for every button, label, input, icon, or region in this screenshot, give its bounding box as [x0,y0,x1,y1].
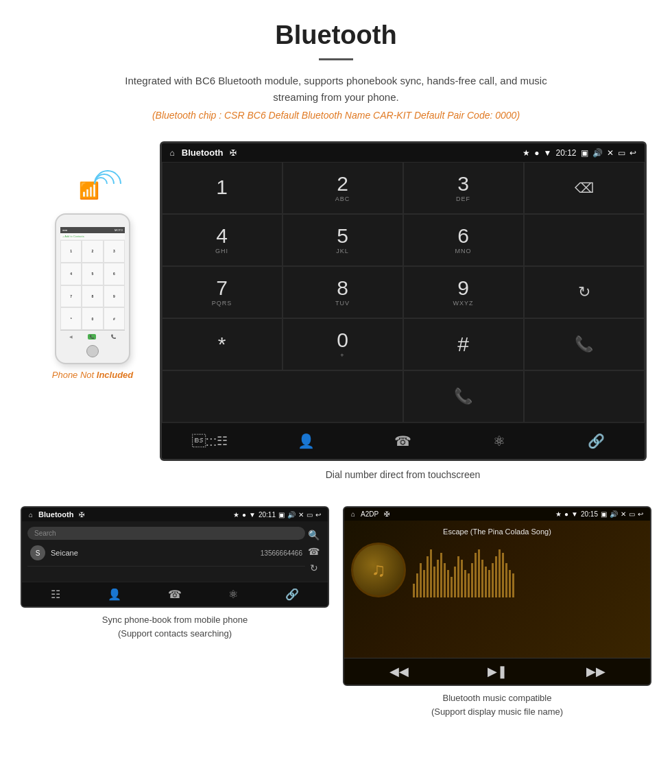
dial-key-0[interactable]: 0 + [283,318,403,370]
prev-track-icon[interactable]: ◀◀ [389,664,409,679]
pb-home-icon[interactable]: ⌂ [29,511,33,519]
viz-bar [468,573,470,597]
dial-status-right: ★ ● ▼ 20:12 ▣ 🔊 ✕ ▭ ↩ [523,148,636,158]
pb-search-bar[interactable]: Search [27,527,305,540]
gps-icon: ● [534,148,539,158]
phone-key-0: 0 [82,307,103,330]
back-icon[interactable]: ↩ [629,148,636,158]
next-track-icon[interactable]: ▶▶ [586,664,605,679]
viz-bar [413,584,415,597]
dial-key-star[interactable]: * [162,318,283,370]
dial-bottom-bar: ::: ☷ 👤 ☎ ⚛ 🔗 [162,423,645,459]
dial-key-6[interactable]: 6 MNO [403,214,524,266]
phone-key-8: 8 [82,285,103,308]
dial-bottom-contacts[interactable]: 👤 [258,423,355,459]
dial-cell-reload[interactable]: ↻ [524,266,645,318]
viz-bar [461,560,463,597]
viz-bar [505,563,507,597]
backspace-icon[interactable]: ⌫ [575,180,594,196]
music-back-icon[interactable]: ↩ [638,510,643,518]
pb-person-icon-active[interactable]: 👤 [108,588,121,601]
viz-bar [420,563,422,597]
viz-bar [464,570,466,597]
dial-screen-container: ⌂ Bluetooth ✠ ★ ● ▼ 20:12 ▣ 🔊 ✕ ▭ ↩ [160,141,647,486]
viz-bar [481,560,483,597]
pb-gps-icon: ● [242,511,246,519]
pb-bottom-bar: ☷ 👤 ☎ ⚛ 🔗 [22,582,328,606]
dial-key-5[interactable]: 5 JKL [283,214,403,266]
pb-search-icon[interactable]: 🔍 [308,530,320,541]
phone-icon: ☎ [394,433,411,449]
play-pause-icon[interactable]: ▶❚ [488,664,507,679]
dial-key-2[interactable]: 2 ABC [283,162,403,214]
pb-x-icon[interactable]: ✕ [298,511,304,519]
pb-status-right: ★ ● ▼ 20:11 ▣ 🔊 ✕ ▭ ↩ [233,511,321,519]
viz-bar [492,563,494,597]
viz-bar [499,549,501,597]
pb-body: Search S Seicane 13566664466 🔍 ☎ ↻ [22,521,328,582]
music-x-icon[interactable]: ✕ [621,510,626,518]
music-vol-icon: 🔊 [610,510,618,518]
music-visualizer [413,543,643,597]
viz-bar [416,573,418,597]
dial-call-red[interactable]: 📞 [403,370,524,423]
music-album-art: ♫ [351,543,406,597]
pb-reload-icon[interactable]: ↻ [310,562,318,573]
viz-bar [433,567,435,597]
dial-key-1[interactable]: 1 [162,162,283,214]
phone-not-included-label: Phone Not Included [52,370,134,380]
camera-icon[interactable]: ▣ [581,148,588,158]
dial-key-9[interactable]: 9 WXYZ [403,266,524,318]
pb-back-icon[interactable]: ↩ [315,511,321,519]
volume-icon[interactable]: 🔊 [592,148,603,158]
dial-key-hash[interactable]: # [403,318,524,370]
pb-grid-icon[interactable]: ☷ [51,588,60,601]
pb-link-icon[interactable]: 🔗 [285,588,299,601]
home-icon[interactable]: ⌂ [170,148,175,158]
music-home-icon[interactable]: ⌂ [351,510,355,518]
music-screenshot: ⌂ A2DP ✠ ★ ● ▼ 20:15 ▣ 🔊 ✕ ▭ ↩ Es [343,506,651,686]
dial-grid: 1 2 ABC 3 DEF ⌫ 4 GHI [162,162,645,423]
phonebook-screenshot-block: ⌂ Bluetooth ✠ ★ ● ▼ 20:11 ▣ 🔊 ✕ ▭ ↩ [21,506,329,718]
music-cam-icon: ▣ [601,510,607,518]
music-screenshot-block: ⌂ A2DP ✠ ★ ● ▼ 20:15 ▣ 🔊 ✕ ▭ ↩ Es [343,506,651,718]
music-status-bar: ⌂ A2DP ✠ ★ ● ▼ 20:15 ▣ 🔊 ✕ ▭ ↩ [344,508,650,521]
page-description: Integrated with BC6 Bluetooth module, su… [103,73,569,106]
viz-bar [488,570,490,597]
dial-bottom-link[interactable]: 🔗 [548,423,645,459]
music-status-right: ★ ● ▼ 20:15 ▣ 🔊 ✕ ▭ ↩ [555,510,643,518]
person-icon: 👤 [298,433,315,449]
dial-key-7[interactable]: 7 PQRS [162,266,283,318]
close-icon[interactable]: ✕ [607,148,614,158]
dial-key-4[interactable]: 4 GHI [162,214,283,266]
pb-call-icon[interactable]: ☎ [168,588,182,601]
dial-bottom-grid[interactable]: ::: ☷ [162,423,259,459]
phone-screen-content: + Add to Contacts 1 2 3 4 5 6 7 8 9 * 0 … [60,233,125,330]
dial-cell-empty-2 [524,214,645,266]
pb-vol-icon: 🔊 [287,511,296,519]
dial-cell-empty-6 [524,370,645,423]
dial-key-8[interactable]: 8 TUV [283,266,403,318]
music-body: Escape (The Pina Colada Song) ♫ [344,521,650,658]
dial-cell-empty-5 [162,370,403,423]
dial-bottom-phone[interactable]: ☎ [355,423,451,459]
phone-screen-bar: ●●●MOTO [60,227,125,233]
dial-cell-empty-1: ⌫ [524,162,645,214]
phonebook-screenshot: ⌂ Bluetooth ✠ ★ ● ▼ 20:11 ▣ 🔊 ✕ ▭ ↩ [21,506,329,608]
pb-phone-icon[interactable]: ☎ [308,546,320,557]
dial-bottom-bluetooth[interactable]: ⚛ [451,423,548,459]
dial-title: Bluetooth [182,147,224,158]
viz-bar [485,567,487,597]
dial-call-green[interactable]: 📞 [524,318,645,370]
pb-contact-number: 13566664466 [261,549,302,557]
music-caption: Bluetooth music compatible (Support disp… [343,691,651,718]
call-red-icon: 📞 [454,388,472,405]
screen-icon[interactable]: ▭ [618,148,625,158]
pb-wifi-icon: ▼ [249,511,256,519]
phonebook-caption: Sync phone-book from mobile phone (Suppo… [21,613,329,640]
dial-status-bar: ⌂ Bluetooth ✠ ★ ● ▼ 20:12 ▣ 🔊 ✕ ▭ ↩ [162,143,645,162]
phone-sidebar: 📶 ●●●MOTO + Add to Contacts 1 2 3 4 5 6 [26,141,160,380]
dial-key-3[interactable]: 3 DEF [403,162,524,214]
viz-bar [451,577,453,597]
pb-bt-bottom-icon[interactable]: ⚛ [228,588,238,601]
